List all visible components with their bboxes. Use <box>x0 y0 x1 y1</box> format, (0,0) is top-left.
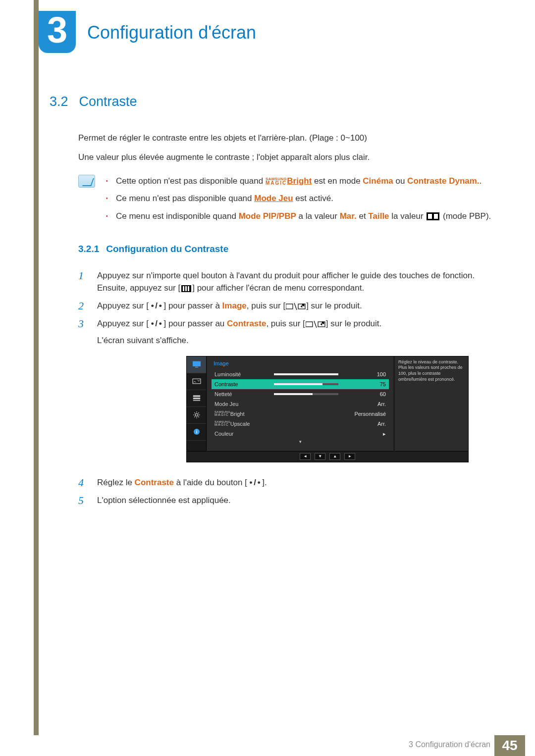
page-footer: 3 Configuration d'écran 45 <box>0 735 535 756</box>
step-3: 3 Appuyez sur [ • / • ] pour passer au C… <box>78 317 495 471</box>
osd-tab-picture-icon <box>187 356 206 373</box>
step-body: Réglez le Contraste à l'aide du bouton [… <box>97 476 495 489</box>
osd-more-indicator-icon: ▾ <box>212 439 389 447</box>
step-body: Appuyez sur [ • / • ] pour passer au Con… <box>97 317 495 471</box>
osd-row-value: 60 <box>343 390 386 399</box>
samsung-magic-icon: SAMSUNGMAGIC <box>214 420 230 426</box>
svg-rect-22 <box>196 431 197 434</box>
step-number: 3 <box>78 317 88 471</box>
step-5: 5 L'option sélectionnée est appliquée. <box>78 494 495 507</box>
menu-button-icon <box>181 285 191 292</box>
nav-dots-icon: • / • <box>250 478 260 487</box>
svg-rect-11 <box>193 400 200 401</box>
step-number: 5 <box>78 494 88 507</box>
osd-row-label: Netteté <box>214 390 274 399</box>
pbp-size-icon <box>427 212 439 220</box>
osd-row: Mode JeuArr. <box>212 399 389 409</box>
step-1: 1 Appuyez sur n'importe quel bouton à l'… <box>78 269 495 295</box>
samsung-magic-icon: SAMSUNGMAGIC <box>266 177 287 186</box>
osd-row: Netteté60 <box>212 389 389 399</box>
osd-tab-settings-icon <box>187 407 206 424</box>
page-content: 3.2Contraste Permet de régler le contras… <box>50 92 495 512</box>
section-heading: 3.2Contraste <box>50 92 495 112</box>
step-2: 2 Appuyez sur [ • / • ] pour passer à Im… <box>78 300 495 312</box>
note-item-2: Ce menu n'est pas disponible quand Mode … <box>106 192 495 205</box>
osd-panel-title: Image <box>212 358 389 370</box>
osd-center-panel: Image Luminosité100Contraste75Netteté60M… <box>207 356 394 451</box>
step-number: 4 <box>78 476 88 489</box>
step-4: 4 Réglez le Contraste à l'aide du bouton… <box>78 476 495 489</box>
svg-rect-9 <box>193 396 200 397</box>
svg-rect-3 <box>306 322 313 327</box>
osd-slider-track <box>274 393 338 395</box>
osd-row-label: Contraste <box>214 380 274 389</box>
osd-hint-text: Réglez le niveau de contraste. Plus les … <box>394 356 468 451</box>
osd-row-value: ▸ <box>338 430 386 438</box>
svg-line-4 <box>314 321 317 328</box>
footer-chapter-text: 3 Configuration d'écran <box>409 740 490 749</box>
osd-row-label: Mode Jeu <box>214 400 274 408</box>
osd-nav-footer: ◂ ▾ ▴ ▸ <box>187 451 468 462</box>
osd-row-value: 75 <box>343 380 386 389</box>
svg-line-1 <box>294 303 297 310</box>
osd-row: SAMSUNGMAGICUpscaleArr. <box>212 419 389 429</box>
osd-tab-onscreen-icon <box>187 390 206 407</box>
note-item-1: Cette option n'est pas disponible quand … <box>106 175 495 188</box>
left-accent-bar <box>34 0 39 735</box>
osd-sidebar <box>187 356 207 451</box>
osd-nav-up-icon: ▴ <box>329 453 340 460</box>
section-title: Contraste <box>79 94 137 109</box>
osd-row: SAMSUNGMAGICBrightPersonnalisé <box>212 409 389 419</box>
subsection-title: Configuration du Contraste <box>106 244 228 254</box>
note-list: Cette option n'est pas disponible quand … <box>106 175 495 228</box>
osd-row-value: 100 <box>343 370 386 379</box>
osd-row-value: Arr. <box>338 420 386 428</box>
osd-row-label: SAMSUNGMAGICBright <box>214 410 274 418</box>
step-body: Appuyez sur n'importe quel bouton à l'av… <box>97 269 495 295</box>
section-number: 3.2 <box>50 94 68 109</box>
osd-slider-fill <box>274 393 313 395</box>
osd-row-label: Couleur <box>214 430 274 438</box>
osd-row-label: SAMSUNGMAGICUpscale <box>214 420 274 428</box>
step-body: L'option sélectionnée est appliquée. <box>97 494 495 507</box>
step-number: 1 <box>78 269 88 295</box>
osd-row-label: Luminosité <box>214 370 274 379</box>
footer-page-number: 45 <box>494 735 525 756</box>
subsection-heading: 3.2.1Configuration du Contraste <box>78 242 495 256</box>
osd-screenshot: Image Luminosité100Contraste75Netteté60M… <box>186 356 469 462</box>
svg-rect-10 <box>193 398 200 399</box>
svg-point-12 <box>195 413 198 416</box>
enter-source-icon <box>286 300 306 312</box>
osd-nav-left-icon: ◂ <box>300 453 311 460</box>
note-block: Cette option n'est pas disponible quand … <box>78 175 495 228</box>
svg-rect-8 <box>193 379 201 384</box>
osd-row-value: Personnalisé <box>338 410 386 418</box>
step-list: 1 Appuyez sur n'importe quel bouton à l'… <box>78 269 495 507</box>
svg-line-17 <box>194 412 195 413</box>
svg-line-20 <box>198 412 199 413</box>
chapter-title: Configuration d'écran <box>87 22 256 43</box>
osd-row-value: Arr. <box>338 400 386 408</box>
intro-paragraph-1: Permet de régler le contraste entre les … <box>78 132 495 145</box>
intro-paragraph-2: Une valeur plus élevée augmente le contr… <box>78 151 495 164</box>
osd-nav-right-icon: ▸ <box>344 453 355 460</box>
osd-nav-down-icon: ▾ <box>315 453 325 460</box>
svg-rect-0 <box>286 304 293 309</box>
svg-rect-23 <box>196 430 197 430</box>
step-body: Appuyez sur [ • / • ] pour passer à Imag… <box>97 300 495 312</box>
osd-row: Contraste75 <box>212 379 389 389</box>
osd-tab-info-icon <box>187 424 206 441</box>
osd-slider-track <box>274 383 338 385</box>
chapter-number-badge: 3 <box>39 11 76 53</box>
nav-dots-icon: • / • <box>151 319 161 328</box>
step-number: 2 <box>78 300 88 312</box>
note-item-3: Ce menu est indisponible quand Mode PIP/… <box>106 210 495 223</box>
osd-slider-track <box>274 373 338 375</box>
osd-slider-fill <box>274 383 322 385</box>
samsung-magic-icon: SAMSUNGMAGIC <box>214 410 230 416</box>
enter-source-icon <box>306 318 325 331</box>
osd-row: Couleur▸ <box>212 429 389 439</box>
svg-rect-7 <box>195 367 198 368</box>
svg-line-18 <box>198 416 199 417</box>
subsection-number: 3.2.1 <box>78 244 99 254</box>
